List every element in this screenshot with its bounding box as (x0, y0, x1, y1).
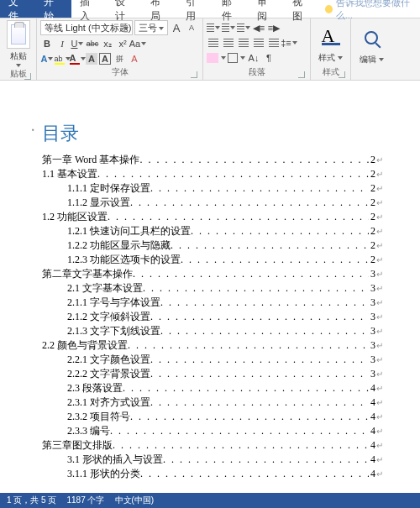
font-name-select[interactable]: 等线 Light (中文标题) (40, 20, 133, 35)
toc-entry[interactable]: 3.1 形状的插入与设置4↵ (42, 453, 383, 467)
decrease-indent-button[interactable]: ◀≡ (252, 21, 265, 34)
tab-design[interactable]: 设计 (107, 0, 142, 18)
show-marks-button[interactable]: ¶ (262, 51, 276, 65)
toc-entry-text: 2.1.3 文字下划线设置 (67, 324, 160, 338)
borders-dropdown-icon[interactable] (240, 56, 245, 60)
clipboard-dialog-launcher[interactable] (24, 73, 31, 80)
align-center-button[interactable] (222, 36, 235, 50)
document-area[interactable]: 目录 第一章 Word 基本操作2↵1.1 基本设置2↵1.1.1 定时保存设置… (0, 81, 420, 493)
underline-button[interactable]: U (71, 37, 84, 50)
toc-leader (130, 196, 369, 210)
tab-view[interactable]: 视图 (284, 0, 319, 18)
toc-entry-text: 2.1 文字基本设置 (67, 281, 143, 296)
toc-title: 目录 (42, 121, 408, 146)
phonetic-guide-button[interactable]: 拼 (113, 52, 126, 65)
italic-button[interactable]: I (55, 37, 69, 50)
toc-entry[interactable]: 2.2.1 文字颜色设置3↵ (42, 353, 383, 367)
clear-formatting-button[interactable]: A (128, 52, 141, 65)
char-border-button[interactable]: A (99, 53, 111, 65)
toc-entry-page: 3 (369, 310, 375, 324)
toc-entry-text: 2.2.1 文字颜色设置 (67, 353, 150, 367)
group-styles-label: 样式 (314, 65, 347, 80)
font-dialog-launcher[interactable] (191, 71, 197, 78)
toc-entry[interactable]: 1.2.3 功能区选项卡的设置2↵ (42, 253, 383, 267)
paragraph-mark-icon: ↵ (375, 181, 383, 196)
toc-entry[interactable]: 第一章 Word 基本操作2↵ (42, 153, 383, 167)
tab-file[interactable]: 文件 (0, 0, 35, 18)
align-left-button[interactable] (207, 36, 220, 50)
paragraph-dialog-launcher[interactable] (298, 71, 305, 78)
toc-entry[interactable]: 2.1 文字基本设置3↵ (42, 281, 383, 296)
toc-entry[interactable]: 2.2 颜色与背景设置3↵ (42, 338, 383, 353)
styles-button[interactable]: A (317, 22, 345, 50)
tab-layout[interactable]: 布局 (142, 0, 177, 18)
toc-entry[interactable]: 2.1.1 字号与字体设置3↵ (42, 296, 383, 310)
toc-entry[interactable]: 1.2.1 快速访问工具栏的设置2↵ (42, 224, 383, 238)
sort-button[interactable]: A↓ (247, 51, 260, 65)
toc-leader (150, 310, 369, 324)
grow-font-button[interactable]: A (170, 21, 183, 34)
toc-leader (150, 181, 369, 196)
toc-entry[interactable]: 2.3.2 项目符号4↵ (42, 410, 383, 424)
status-language[interactable]: 中文(中国) (115, 495, 155, 506)
ribbon-tabs: 文件 开始 插入 设计 布局 引用 邮件 审阅 视图 告诉我您想要做什么... (0, 0, 420, 18)
align-right-button[interactable] (237, 36, 250, 50)
status-words[interactable]: 1187 个字 (66, 495, 104, 506)
justify-button[interactable] (252, 36, 265, 50)
font-color-button[interactable]: A (71, 52, 84, 65)
toc-entry[interactable]: 1.2 功能区设置2↵ (42, 210, 383, 224)
toc-leader (130, 410, 369, 424)
toc-entry[interactable]: 1.2.2 功能区显示与隐藏2↵ (42, 238, 383, 253)
char-shading-button[interactable]: A (86, 53, 97, 65)
toc-entry[interactable]: 2.3 段落设置4↵ (42, 381, 383, 395)
toc-entry[interactable]: 第二章文字基本操作3↵ (42, 267, 383, 281)
paste-button[interactable] (7, 20, 30, 49)
bold-button[interactable]: B (40, 37, 54, 50)
shading-button[interactable] (207, 53, 218, 63)
multilevel-list-button[interactable] (237, 21, 250, 34)
shrink-font-button[interactable]: A (185, 21, 198, 34)
toc-entry[interactable]: 1.1.1 定时保存设置2↵ (42, 181, 383, 196)
bullets-button[interactable] (207, 21, 220, 34)
toc-entry-text: 3.1.1 形状的分类 (67, 467, 140, 481)
toc-entry[interactable]: 第三章图文排版4↵ (42, 438, 383, 453)
toc-entry[interactable]: 2.1.2 文字倾斜设置3↵ (42, 310, 383, 324)
tab-home[interactable]: 开始 (35, 0, 71, 18)
distributed-button[interactable] (267, 36, 281, 50)
line-spacing-button[interactable]: ‡≡ (282, 36, 296, 50)
tab-references[interactable]: 引用 (177, 0, 213, 18)
toc-entry[interactable]: 1.1.2 显示设置2↵ (42, 196, 383, 210)
toc-entry[interactable]: 2.3.1 对齐方式设置4↵ (42, 395, 383, 410)
editing-dropdown-icon[interactable] (379, 58, 384, 61)
styles-dialog-launcher[interactable] (339, 71, 345, 78)
toc-entry-page: 4 (369, 438, 375, 453)
search-icon (365, 31, 378, 45)
superscript-button[interactable]: x² (116, 37, 129, 50)
tab-review[interactable]: 审阅 (249, 0, 284, 18)
increase-indent-button[interactable]: ≡▶ (267, 21, 281, 34)
styles-dropdown-icon[interactable] (338, 56, 343, 60)
numbering-button[interactable] (222, 21, 235, 34)
toc-entry[interactable]: 2.2.2 文字背景设置3↵ (42, 367, 383, 381)
paragraph-mark-icon: ↵ (375, 395, 383, 410)
change-case-button[interactable]: Aa (131, 37, 144, 50)
styles-icon: A (322, 28, 340, 45)
subscript-button[interactable]: x₂ (101, 37, 114, 50)
text-effects-button[interactable]: A (40, 52, 54, 65)
shading-dropdown-icon[interactable] (221, 56, 226, 60)
tell-me-search[interactable]: 告诉我您想要做什么... (325, 0, 420, 18)
find-button[interactable] (357, 24, 386, 52)
toc-entry[interactable]: 2.3.3 编号4↵ (42, 424, 383, 438)
tab-insert[interactable]: 插入 (71, 0, 107, 18)
toc-entry-page: 2 (369, 181, 375, 196)
font-size-select[interactable]: 三号 (134, 20, 168, 35)
toc-entry[interactable]: 3.1.1 形状的分类4↵ (42, 467, 383, 481)
toc-entry[interactable]: 2.1.3 文字下划线设置3↵ (42, 324, 383, 338)
tab-mailings[interactable]: 邮件 (213, 0, 249, 18)
borders-button[interactable] (228, 53, 238, 63)
toc-entry[interactable]: 1.1 基本设置2↵ (42, 167, 383, 181)
highlight-button[interactable]: ab (55, 52, 69, 65)
group-paragraph-label: 段落 (207, 65, 307, 80)
strikethrough-button[interactable]: abc (86, 37, 99, 50)
status-page[interactable]: 1 页，共 5 页 (7, 495, 56, 506)
